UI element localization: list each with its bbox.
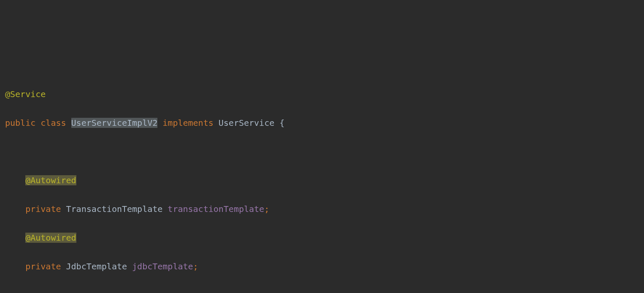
code-line[interactable]: private TransactionTemplate transactionT… <box>5 202 644 216</box>
code-line[interactable] <box>5 288 644 293</box>
interface-name: UserService <box>219 118 274 128</box>
keyword-class: class <box>41 118 66 128</box>
code-line[interactable]: private JdbcTemplate jdbcTemplate; <box>5 259 644 274</box>
semicolon: ; <box>193 261 198 271</box>
class-name: UserServiceImplV2 <box>71 118 158 128</box>
code-line[interactable]: @Service <box>5 87 644 101</box>
code-line[interactable]: public class UserServiceImplV2 implement… <box>5 116 644 130</box>
field-name: transactionTemplate <box>168 204 264 214</box>
annotation: @Autowired <box>25 233 76 243</box>
code-editor[interactable]: @Service public class UserServiceImplV2 … <box>0 58 644 293</box>
semicolon: ; <box>264 204 269 214</box>
keyword-private: private <box>25 261 61 271</box>
code-line[interactable]: @Autowired <box>5 173 644 187</box>
keyword-public: public <box>5 118 35 128</box>
keyword-implements: implements <box>162 118 213 128</box>
code-line[interactable] <box>5 144 644 159</box>
field-name: jdbcTemplate <box>132 261 193 271</box>
code-line[interactable]: @Autowired <box>5 231 644 245</box>
keyword-private: private <box>25 204 61 214</box>
type-name: TransactionTemplate <box>66 204 163 214</box>
gutter <box>0 58 3 293</box>
brace: { <box>279 118 284 128</box>
type-name: JdbcTemplate <box>66 261 127 271</box>
annotation: @Autowired <box>25 175 76 185</box>
annotation: @Service <box>5 89 46 99</box>
